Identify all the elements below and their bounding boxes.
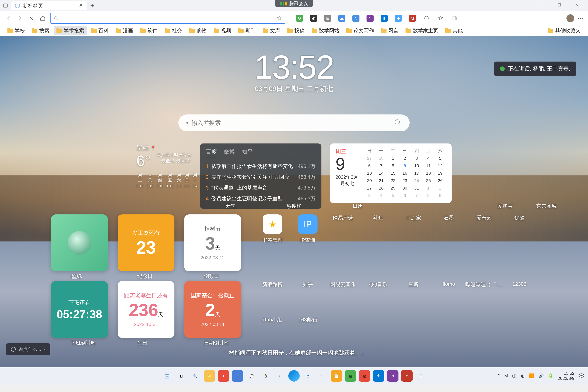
- bookmark-folder[interactable]: 学术搜索: [54, 26, 87, 35]
- bookmark-folder[interactable]: 其他: [442, 26, 466, 35]
- weather-widget[interactable]: 皇姑📍 6° 未来两小时无降水 最低 -6 最高13° 周二6/13今天2/15…: [136, 144, 191, 188]
- card-widget[interactable]: 植树节3天2022-03-12: [184, 214, 241, 271]
- taskbar-app-icon[interactable]: 中: [373, 370, 384, 382]
- hot-item[interactable]: 1从政府工作报告看生活将有哪些变化496.1万: [206, 161, 316, 172]
- tray-volume-icon[interactable]: 🔊: [538, 374, 544, 378]
- extension-settings-icon[interactable]: [423, 15, 430, 22]
- hot-item[interactable]: 2美在乌生物实验室引关注 中方回应488.4万: [206, 172, 316, 182]
- taskbar-app-icon[interactable]: ▤: [345, 370, 356, 382]
- card-widget[interactable]: 下班还有05:27:38: [51, 281, 108, 338]
- taskbar-app-icon[interactable]: a: [232, 370, 243, 382]
- taskbar-app-icon[interactable]: 📄: [331, 370, 342, 382]
- app-shortcut[interactable]: 哔哩哔哩（゜-…: [466, 281, 502, 288]
- bookmark-folder[interactable]: 搜索: [29, 26, 52, 35]
- bookmark-folder[interactable]: 漫画: [113, 26, 136, 35]
- taskbar-app-icon[interactable]: ✦: [218, 370, 229, 382]
- bookmark-folder[interactable]: 软件: [138, 26, 160, 35]
- tray-chevron-icon[interactable]: ˄: [498, 374, 500, 378]
- search-input[interactable]: [192, 120, 394, 126]
- start-button[interactable]: ⊞: [161, 370, 173, 382]
- meeting-indicator[interactable]: 腾讯会议: [275, 0, 313, 7]
- tab-actions-button[interactable]: [0, 0, 11, 11]
- calendar-widget[interactable]: 周三 9 2022年3月 二月初七 日一二三四五六 27281234567891…: [330, 144, 452, 203]
- hot-tab-weibo[interactable]: 微博: [224, 148, 235, 158]
- taskbar-app-icon[interactable]: M: [401, 370, 412, 382]
- bookmark-folder[interactable]: 学校: [5, 26, 28, 35]
- home-button[interactable]: [39, 14, 47, 22]
- taskbar-edge-icon[interactable]: [288, 370, 300, 382]
- bookmark-folder[interactable]: 数学家主页: [403, 26, 441, 35]
- hot-search-widget[interactable]: 百度 微博 知乎 1从政府工作报告看生活将有哪些变化496.1万2美在乌生物实验…: [200, 144, 322, 209]
- app-shortcut[interactable]: QQ音乐: [361, 281, 396, 288]
- bookmark-folder[interactable]: 期刊: [236, 26, 258, 35]
- maximize-button[interactable]: [550, 0, 568, 10]
- app-shortcut[interactable]: 12306: [502, 281, 537, 288]
- card-widget[interactable]: 发工资还有23: [118, 214, 174, 271]
- close-window-button[interactable]: [568, 0, 586, 10]
- favorites-icon[interactable]: [437, 15, 444, 22]
- search-button[interactable]: 🔍: [190, 370, 201, 382]
- app-shortcut[interactable]: 新浪微博: [255, 281, 290, 288]
- search-icon[interactable]: [394, 118, 402, 127]
- tray-network-icon[interactable]: 📶: [529, 374, 534, 378]
- app-shortcut[interactable]: 知乎: [290, 281, 325, 288]
- taskbar-app-icon[interactable]: 📁: [204, 370, 215, 382]
- hot-tab-zhihu[interactable]: 知乎: [242, 148, 253, 158]
- app-shortcut[interactable]: flomo: [431, 281, 466, 288]
- taskbar-qq-icon[interactable]: 🐧: [260, 370, 272, 382]
- app-shortcut[interactable]: ★书签管理: [255, 214, 290, 244]
- collections-icon[interactable]: [451, 15, 458, 22]
- app-shortcut[interactable]: 爱奇艺: [466, 214, 502, 244]
- card-widget[interactable]: 距离老婆生日还有236天2022-10-31: [118, 281, 174, 338]
- taskbar-app-icon[interactable]: ⬡: [316, 370, 328, 382]
- bookmark-folder[interactable]: 百科: [88, 26, 111, 35]
- stop-button[interactable]: [28, 14, 35, 22]
- bookmark-folder[interactable]: 投稿: [284, 26, 307, 35]
- app-shortcut[interactable]: 石墨: [431, 214, 466, 244]
- app-shortcut[interactable]: 网易云音乐: [325, 281, 361, 288]
- taskbar-app-icon[interactable]: N: [387, 370, 398, 382]
- app-shortcut[interactable]: iTab小组: [255, 316, 290, 323]
- feedback-box[interactable]: 说点什么... ‹: [6, 344, 50, 355]
- browser-tab[interactable]: 新标签页 ✕: [11, 1, 88, 10]
- tray-notification-icon[interactable]: 💬: [579, 374, 584, 378]
- close-tab-button[interactable]: ✕: [78, 3, 84, 8]
- tray-icon[interactable]: ◐: [521, 374, 524, 378]
- minimize-button[interactable]: [533, 0, 550, 10]
- speaking-indicator[interactable]: 正在讲话: 杨鹏; 王芊壹壹;: [494, 62, 576, 76]
- app-shortcut[interactable]: 网易严选: [325, 214, 361, 244]
- app-shortcut[interactable]: 斗鱼: [361, 214, 396, 244]
- hot-item[interactable]: 4委员建议出生证明登记亲子血型465.3万: [206, 193, 316, 204]
- app-shortcut[interactable]: IT之家: [396, 214, 431, 244]
- bookmark-folder[interactable]: 视频: [211, 26, 234, 35]
- hot-tab-baidu[interactable]: 百度: [206, 148, 217, 158]
- taskbar-vscode-icon[interactable]: ⟐: [274, 370, 286, 382]
- extension-icon[interactable]: ☁: [338, 15, 345, 22]
- forward-button[interactable]: [16, 14, 24, 22]
- extension-icon[interactable]: ⊞: [324, 15, 331, 22]
- search-engine-selector[interactable]: ▾: [186, 120, 188, 126]
- bookmark-folder[interactable]: 网盘: [378, 26, 401, 35]
- extension-icon[interactable]: ◆: [395, 15, 402, 22]
- hot-item[interactable]: 3"代表通道" 上的基层声音473.5万: [206, 182, 316, 193]
- bookmark-folder[interactable]: 购物: [186, 26, 209, 35]
- new-tab-button[interactable]: +: [88, 2, 97, 10]
- extension-mendeley-icon[interactable]: M: [409, 15, 416, 22]
- url-input[interactable]: [62, 15, 274, 21]
- extension-onenote-icon[interactable]: N: [366, 15, 374, 22]
- extension-grammarly-icon[interactable]: G: [296, 15, 303, 22]
- address-bar[interactable]: [50, 13, 286, 24]
- taskbar-app-icon[interactable]: 🗨: [415, 370, 427, 382]
- extension-icon[interactable]: ▮: [381, 15, 388, 22]
- tray-battery-icon[interactable]: 🔋: [548, 374, 553, 378]
- app-shortcut[interactable]: 163邮箱: [290, 316, 325, 323]
- bookmark-folder[interactable]: 文库: [260, 26, 283, 35]
- taskbar-app-icon[interactable]: ◔: [302, 370, 314, 382]
- menu-button[interactable]: [578, 18, 583, 19]
- card-widget[interactable]: [51, 214, 108, 271]
- favorite-icon[interactable]: [276, 15, 282, 21]
- app-shortcut[interactable]: IPIP查询: [290, 214, 325, 244]
- extension-new-icon[interactable]: N: [352, 15, 360, 22]
- profile-avatar[interactable]: [566, 14, 574, 22]
- taskbar-app-icon[interactable]: ▧: [359, 370, 370, 382]
